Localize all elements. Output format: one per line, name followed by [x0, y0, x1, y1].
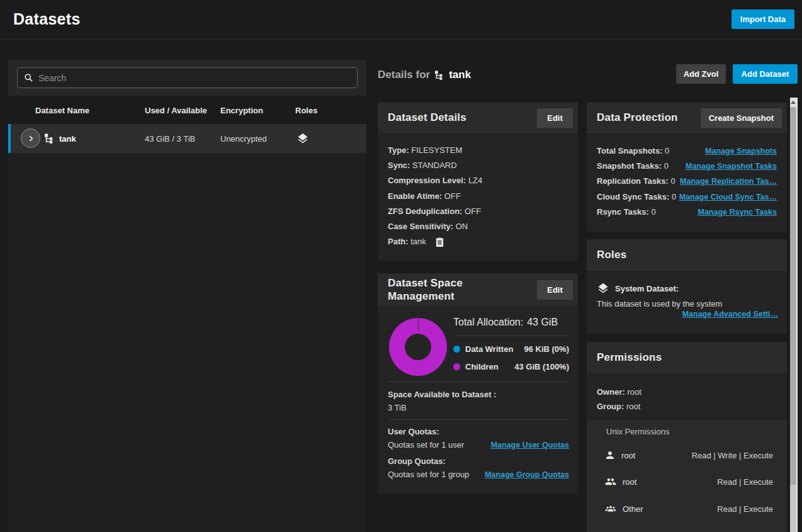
legend-children: Children 43 GiB (100%): [453, 360, 569, 373]
column-dataset-name[interactable]: Dataset Name: [35, 105, 89, 115]
group-icon: [604, 503, 617, 514]
dataset-tree-icon: [44, 133, 55, 144]
space-management-edit-button[interactable]: Edit: [537, 280, 573, 300]
legend-dot-blue: [453, 346, 460, 353]
manage-cloud-sync-tasks-link[interactable]: Manage Cloud Sync Tas…: [679, 193, 777, 201]
dataset-details-card: Dataset Details Edit Type: FILESYSTEM Sy…: [378, 103, 578, 261]
details-title-prefix: Details for: [378, 69, 430, 81]
manage-snapshot-tasks-link[interactable]: Manage Snapshot Tasks: [686, 162, 777, 171]
permissions-title: Permissions: [597, 351, 662, 364]
permission-row-group: root Read | Execute: [604, 475, 773, 488]
roles-title: Roles: [597, 249, 626, 261]
field-value: OFF: [444, 191, 461, 201]
group-value: root: [626, 402, 640, 411]
create-snapshot-button[interactable]: Create Snapshot: [701, 108, 782, 128]
search-icon: [24, 73, 33, 82]
field-value: OFF: [465, 207, 481, 216]
column-roles[interactable]: Roles: [295, 105, 317, 115]
field-value: STANDARD: [412, 161, 457, 170]
scrollbar-thumb[interactable]: [790, 107, 796, 485]
table-header: Dataset Name Used / Available Encryption…: [8, 96, 366, 124]
manage-rsync-tasks-link[interactable]: Manage Rsync Tasks: [698, 208, 777, 217]
dataset-encryption: Unencrypted: [220, 134, 267, 144]
top-bar: Datasets Import Data: [0, 0, 802, 40]
permissions-card: Permissions Owner: root Group: root Unix…: [587, 342, 787, 532]
field-label: Type:: [388, 145, 409, 155]
expand-row-button[interactable]: [21, 128, 40, 148]
field-label: Path:: [388, 237, 409, 246]
space-available-value: 3 TiB: [388, 403, 407, 412]
page-title: Datasets: [13, 10, 81, 28]
dataset-details-edit-button[interactable]: Edit: [537, 108, 573, 128]
group-quotas-label: Group Quotas:: [388, 456, 446, 466]
allocation-donut-chart: [389, 318, 447, 376]
manage-user-quotas-link[interactable]: Manage User Quotas: [491, 441, 569, 450]
field-value: LZ4: [468, 176, 482, 185]
field-label: Compression Level:: [388, 176, 466, 185]
person-icon: [604, 450, 616, 461]
system-dataset-label: System Dataset:: [615, 284, 679, 293]
space-available-label: Space Available to Dataset :: [388, 390, 496, 399]
datasets-page: Datasets Import Data Search Dataset Name…: [0, 0, 802, 532]
details-header: Details for tank: [378, 65, 471, 84]
search-placeholder: Search: [38, 73, 66, 83]
column-used-available[interactable]: Used / Available: [145, 105, 207, 115]
manage-snapshots-link[interactable]: Manage Snapshots: [705, 147, 777, 156]
roles-card: Roles System Dataset: This dataset is us…: [587, 239, 787, 334]
manage-replication-tasks-link[interactable]: Manage Replication Tas…: [680, 177, 777, 186]
unix-permissions-section: Unix Permissions root Read | Write | Exe…: [587, 419, 787, 532]
manage-group-quotas-link[interactable]: Manage Group Quotas: [485, 470, 569, 479]
data-protection-card: Data Protection Create Snapshot Total Sn…: [587, 103, 787, 232]
field-label: Sync:: [388, 161, 410, 170]
field-label: Case Sensitivity:: [388, 222, 453, 231]
owner-label: Owner:: [597, 387, 625, 397]
chevron-right-icon: [26, 134, 35, 143]
field-value: FILESYSTEM: [411, 145, 462, 155]
search-input[interactable]: Search: [17, 67, 358, 88]
add-dataset-button[interactable]: Add Dataset: [733, 64, 798, 84]
dataset-used-available: 43 GiB / 3 TiB: [145, 134, 195, 144]
dataset-name: tank: [59, 134, 76, 144]
unix-permissions-title: Unix Permissions: [606, 427, 669, 436]
dataset-details-title: Dataset Details: [388, 111, 466, 124]
table-row-tank[interactable]: tank 43 GiB / 3 TiB Unencrypted: [8, 124, 366, 153]
legend-data-written: Data Written 96 KiB (0%): [453, 342, 569, 355]
user-quotas-text: Quotas set for 1 user: [388, 440, 464, 450]
scrollbar-up-button[interactable]: [790, 98, 796, 107]
group-label: Group:: [597, 402, 624, 411]
permission-row-user: root Read | Write | Execute: [604, 449, 773, 461]
data-protection-title: Data Protection: [597, 111, 678, 124]
system-dataset-description: This dataset is used by the system: [597, 299, 777, 308]
dataset-tree-icon: [434, 70, 444, 80]
import-data-button[interactable]: Import Data: [731, 9, 794, 29]
column-encryption[interactable]: Encryption: [220, 105, 263, 115]
group-quotas-text: Quotas set for 1 group: [388, 470, 469, 479]
copy-path-icon[interactable]: [435, 237, 444, 247]
user-quotas-label: User Quotas:: [388, 427, 439, 436]
manage-advanced-settings-link[interactable]: Manage Advanced Setti…: [682, 310, 778, 319]
details-dataset-name: tank: [449, 69, 471, 81]
field-value: tank: [410, 237, 426, 246]
details-scrollbar[interactable]: [790, 98, 798, 532]
permission-row-other: Other Read | Execute: [604, 502, 773, 515]
field-label: Enable Atime:: [388, 191, 442, 201]
space-management-title: Dataset Space Management: [388, 277, 514, 303]
layers-icon: [297, 132, 309, 145]
total-allocation: Total Allocation:43 GiB: [453, 317, 558, 328]
dataset-list-panel: Search Dataset Name Used / Available Enc…: [8, 60, 366, 532]
space-management-card: Dataset Space Management Edit Total Allo…: [378, 273, 578, 494]
people-icon: [604, 476, 617, 487]
field-value: ON: [456, 222, 468, 231]
add-zvol-button[interactable]: Add Zvol: [676, 64, 726, 84]
scrollbar-up-icon: [791, 101, 796, 104]
owner-value: root: [627, 387, 641, 397]
search-toolbar: Search: [8, 60, 366, 96]
field-label: ZFS Deduplication:: [388, 207, 462, 216]
legend-dot-magenta: [453, 363, 460, 370]
selected-row-accent: [8, 124, 11, 153]
layers-icon: [597, 282, 609, 295]
